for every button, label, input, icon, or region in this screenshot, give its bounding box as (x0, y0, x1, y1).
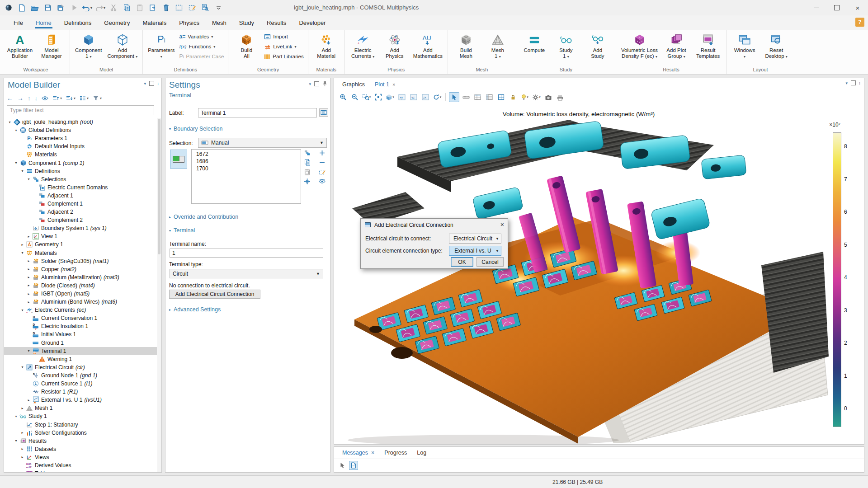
selection-dropdown[interactable]: Manual ▼ (198, 138, 327, 148)
tree-item-study-1[interactable]: ▾Study 1 (4, 412, 157, 420)
print-icon[interactable] (555, 92, 565, 102)
ribbon-tab-physics[interactable]: Physics (173, 15, 206, 30)
panel-menu-icon[interactable]: ▾ (846, 81, 848, 85)
zoom-to-selection-icon[interactable] (303, 178, 311, 185)
tree-chevron-icon[interactable]: ▾ (26, 177, 32, 181)
tree-item-views[interactable]: ▸Views (4, 453, 157, 461)
back-icon[interactable]: ← (7, 94, 13, 102)
messages-tab-log[interactable]: Log (412, 448, 431, 457)
copy-selection-icon[interactable] (303, 159, 311, 166)
messages-tab-progress[interactable]: Progress (380, 448, 411, 457)
zoom-extents-icon[interactable] (373, 92, 383, 102)
tree-item-parameters-1[interactable]: PiParameters 1 (4, 134, 157, 142)
visualization-settings-icon[interactable]: ▾ (531, 92, 542, 102)
panel-menu-icon[interactable]: ▾ (309, 82, 311, 86)
tree-chevron-icon[interactable]: ▸ (19, 243, 25, 247)
tree-item-current-source-1[interactable]: Current Source 1(I1) (4, 380, 157, 388)
help-icon[interactable]: ? (855, 18, 864, 27)
view-xy-icon[interactable]: xy (396, 92, 407, 102)
connection-type-dropdown[interactable]: External I vs. U ▼ (449, 246, 501, 256)
view-yz-icon[interactable]: yz (408, 92, 419, 102)
add-mathematics-button[interactable]: ΔUAddMathematics (410, 31, 445, 60)
tree-item-solder-snagcu305[interactable]: ▸Solder (SnAgCu305)(mat1) (4, 257, 157, 265)
tree-item-component-1[interactable]: ▾Component 1(comp 1) (4, 159, 157, 167)
ribbon-tab-materials[interactable]: Materials (136, 15, 173, 30)
build-all-button[interactable]: BuildAll (231, 31, 262, 60)
messages-tab-messages[interactable]: Messages× (338, 448, 379, 457)
close-tab-icon[interactable]: × (392, 82, 395, 87)
panel-menu-icon[interactable]: ▾ (144, 81, 146, 86)
ribbon-tab-study[interactable]: Study (233, 15, 260, 30)
table-line-icon[interactable] (484, 92, 495, 102)
save-as-icon[interactable] (56, 2, 66, 13)
tree-chevron-icon[interactable]: ▸ (19, 447, 25, 451)
tree-chevron-icon[interactable]: ▾ (19, 251, 25, 255)
tree-item-boundary-system-1[interactable]: Boundary System 1(sys 1) (4, 224, 157, 232)
tree-item-step-1-stationary[interactable]: Step 1: Stationary (4, 420, 157, 428)
table-surface-icon[interactable] (472, 92, 483, 102)
ribbon-tab-mesh[interactable]: Mesh (206, 15, 233, 30)
move-up-icon[interactable]: ↑ (28, 95, 31, 102)
redo-icon[interactable]: ▾ (95, 2, 105, 13)
tree-item-mesh-1[interactable]: ▸Mesh 1 (4, 404, 157, 412)
advanced-settings-section[interactable]: ▸ Advanced Settings (169, 306, 221, 313)
select-entities-icon[interactable] (496, 92, 506, 102)
cut-icon[interactable] (108, 2, 118, 13)
tree-chevron-icon[interactable]: ▾ (13, 439, 19, 443)
tree-item-view-1[interactable]: ▸View 1 (4, 232, 157, 240)
tree-chevron-icon[interactable]: ▾ (26, 349, 32, 353)
tree-chevron-icon[interactable]: ▸ (26, 300, 32, 304)
new-file-icon[interactable] (17, 2, 27, 13)
ribbon-tab-geometry[interactable]: Geometry (98, 15, 136, 30)
tree-item-global-definitions[interactable]: ▾Global Definitions (4, 126, 157, 134)
panel-options-icon[interactable]: ⁝ (859, 81, 860, 85)
tree-filter-input[interactable] (7, 105, 154, 115)
tree-chevron-icon[interactable]: ▾ (13, 128, 19, 132)
tree-item-external-i-vs-u-1[interactable]: ▸External I vs. U 1(IvsU1) (4, 396, 157, 404)
move-down-icon[interactable]: ↓ (35, 95, 38, 102)
add-electrical-circuit-connection-button[interactable]: Add Electrical Circuit Connection (169, 290, 260, 299)
functions-button[interactable]: f(x)Functions▾ (179, 42, 224, 51)
tree-chevron-icon[interactable]: ▸ (26, 275, 32, 279)
add-to-selection-icon[interactable] (318, 150, 326, 156)
circuit-to-connect-dropdown[interactable]: Electrical Circuit ▼ (449, 234, 501, 244)
tree-item-aluminium-metallization[interactable]: ▸Aluminium (Metallization)(mat3) (4, 273, 157, 282)
ok-button[interactable]: OK (451, 257, 473, 267)
tree-item-results[interactable]: ▾Results (4, 437, 157, 445)
tree-item-electric-current-domains[interactable]: Electric Current Domains (4, 183, 157, 192)
maximize-button[interactable] (826, 0, 847, 15)
tree-item-igbt-open[interactable]: ▸IGBT (Open)(mat5) (4, 290, 157, 298)
reset-desktop-button[interactable]: ResetDesktop ▾ (760, 31, 792, 61)
tree-chevron-icon[interactable]: ▸ (19, 406, 25, 410)
volumetric-loss-density-button[interactable]: Volumetric LossDensity F (ec) ▾ (618, 31, 660, 61)
tree-item-complement-2[interactable]: Complement 2 (4, 216, 157, 224)
compute-button[interactable]: Compute (519, 31, 550, 54)
override-contribution-section[interactable]: ▸ Override and Contribution (169, 214, 238, 220)
livelink-button[interactable]: LiveLink▾ (264, 42, 303, 51)
label-input[interactable] (198, 108, 317, 117)
tree-item-materials[interactable]: Materials (4, 150, 157, 159)
tree-item-warning-1[interactable]: Warning 1 (4, 355, 157, 363)
tree-item-copper[interactable]: ▸Copper(mat2) (4, 265, 157, 273)
part-libraries-button[interactable]: Part Libraries (264, 52, 303, 61)
tree-item-adjacent-2[interactable]: Adjacent 2 (4, 208, 157, 216)
tree-chevron-icon[interactable]: ▸ (26, 235, 32, 239)
add-component-button[interactable]: AddComponent ▾ (104, 31, 140, 61)
tree-item-igbt-joule-heating-mph[interactable]: ▾igbt_joule_heating.mph(root) (4, 118, 157, 126)
mesh-1-button[interactable]: Mesh1 ▾ (482, 31, 514, 61)
add-material-button[interactable]: AddMaterial (311, 31, 342, 60)
forward-icon[interactable]: → (17, 94, 24, 102)
tree-item-aluminium-bond-wires[interactable]: ▸Aluminium (Bond Wires)(mat6) (4, 298, 157, 306)
ribbon-tab-home[interactable]: Home (29, 15, 58, 30)
tree-item-tables[interactable]: Tables (4, 469, 157, 472)
tree-scrollbar[interactable] (157, 118, 161, 472)
lock-view-icon[interactable] (508, 92, 518, 102)
import-button[interactable]: Import (264, 32, 303, 41)
reset-view-icon[interactable]: ▾ (432, 92, 442, 102)
terminal-type-dropdown[interactable]: Circuit ▼ (170, 269, 323, 278)
delete-icon[interactable] (161, 2, 171, 13)
selection-list-item[interactable]: 1700 (192, 165, 301, 172)
ribbon-tab-file[interactable]: File (7, 15, 29, 30)
terminal-name-input[interactable] (170, 249, 323, 258)
select-mode-icon[interactable] (449, 92, 459, 102)
